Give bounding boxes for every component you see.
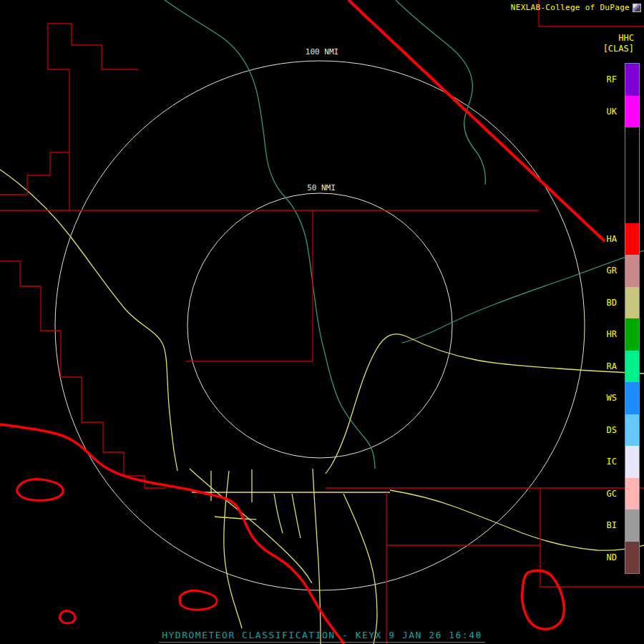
legend-product-code: HHC (618, 33, 634, 43)
legend-label-nd: ND (607, 552, 617, 562)
boundary-loop-3 (59, 611, 75, 623)
legend-seg-gap-4 (625, 191, 639, 223)
legend-label-uk: UK (607, 107, 617, 117)
legend-label-rf: RF (607, 74, 617, 84)
legend-seg-gc: GC (625, 478, 639, 510)
state-border-diagonal (348, 0, 605, 241)
legend-seg-gap-2 (625, 127, 639, 160)
status-text: HYDROMETEOR CLASSIFICATION - KEYX 9 JAN … (159, 630, 485, 643)
range-rings (55, 61, 585, 590)
legend-seg-ic: IC (625, 446, 639, 478)
legend-label-ra: RA (607, 361, 617, 371)
highway-south-2 (313, 469, 321, 644)
ring-50nmi (187, 193, 452, 458)
legend-label-ha: HA (607, 234, 617, 244)
legend-label-ws: WS (607, 393, 617, 403)
highway-southwest (0, 170, 177, 471)
legend-seg-bd: BD (625, 287, 639, 319)
boundary-wavy (0, 424, 344, 644)
legend-seg-gap-3 (625, 160, 639, 192)
major-boundaries (0, 0, 605, 644)
legend-seg-ws: WS (625, 382, 639, 414)
legend-seg-ha: HA (625, 223, 639, 255)
legend-label-bd: BD (607, 298, 617, 308)
boundary-loop-2 (180, 590, 217, 610)
legend-seg-nd: ND (625, 542, 639, 574)
county-stair-west (0, 152, 69, 195)
nexlab-logo-icon (633, 4, 641, 12)
legend-label-gc: GC (607, 489, 617, 499)
highway-south-3 (224, 471, 242, 628)
legend-label-hr: HR (607, 329, 617, 339)
ring-100nmi (55, 61, 585, 590)
county-stair-topleft (48, 24, 138, 69)
county-lines (0, 0, 644, 644)
legend-label-bi: BI (607, 520, 617, 530)
radar-map-canvas: 100 NMI 50 NMI (0, 0, 644, 644)
highway-cluster-d (215, 517, 256, 519)
highway-south-1 (343, 494, 377, 644)
boundary-loop-4 (522, 570, 565, 629)
river-main (165, 0, 375, 469)
river-northeast (396, 0, 485, 185)
legend-label-ds: DS (607, 425, 617, 435)
legend-seg-uk: UK (625, 96, 639, 128)
legend-seg-gr: GR (625, 255, 639, 287)
attribution: NEXLAB-College of DuPage (511, 3, 641, 12)
legend-seg-rf: RF (625, 64, 639, 96)
county-line-center (186, 210, 313, 361)
highway-cluster-c (274, 494, 283, 533)
ring-label-50nmi: 50 NMI (307, 183, 336, 192)
ring-labels: 100 NMI 50 NMI (298, 46, 344, 192)
ring-label-100nmi: 100 NMI (306, 47, 338, 57)
legend-label-ic: IC (607, 457, 617, 467)
highway-diagonal (190, 469, 312, 583)
legend-product-tag: [CLAS] (603, 44, 634, 54)
legend-seg-bi: BI (625, 509, 639, 542)
highway-east (326, 334, 644, 474)
highway-cluster-e (292, 494, 301, 538)
radar-product-page: { "header": { "attribution": "NEXLAB-Col… (0, 0, 644, 644)
boundary-loop-1 (17, 479, 64, 500)
rivers (165, 0, 644, 469)
legend-seg-ra: RA (625, 351, 639, 383)
legend-label-gr: GR (607, 265, 617, 275)
legend-color-bar: RFUKHAGRBDHRRAWSDSICGCBIND (625, 63, 640, 574)
legend-seg-hr: HR (625, 318, 639, 351)
legend-seg-ds: DS (625, 414, 639, 447)
county-stair-southwest (0, 261, 166, 488)
attribution-text: NEXLAB-College of DuPage (511, 3, 630, 12)
